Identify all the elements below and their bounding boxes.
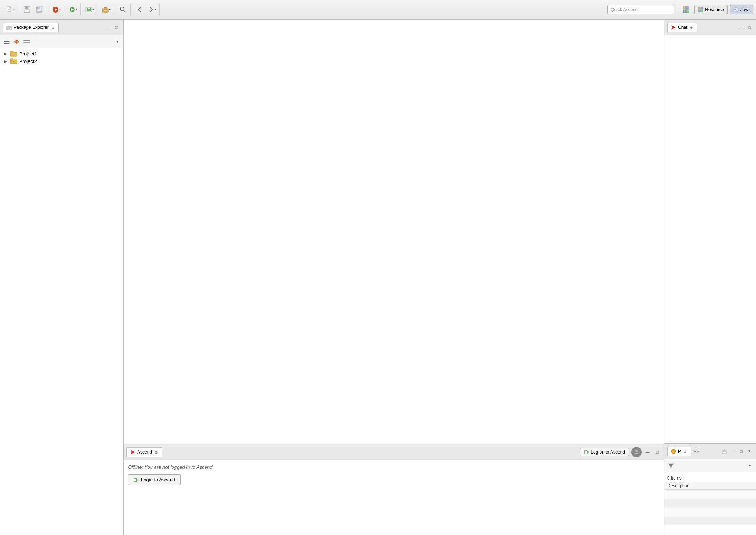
- minimize-chat[interactable]: —: [738, 24, 745, 31]
- svg-rect-35: [7, 27, 11, 30]
- offline-message: Offline: You are not logged in to Ascend…: [128, 464, 659, 470]
- project1-label: Project1: [19, 51, 37, 57]
- package-explorer-tab[interactable]: Package Explorer ⊗: [3, 23, 59, 32]
- svg-rect-9: [38, 6, 43, 11]
- chat-tab-close[interactable]: ⊗: [689, 25, 694, 30]
- project2-label: Project2: [19, 58, 37, 64]
- svg-rect-51: [584, 451, 587, 454]
- ascend-tab-close[interactable]: ⊗: [153, 450, 159, 455]
- search-button[interactable]: [117, 4, 129, 16]
- login-button-label: Login to Ascend: [141, 477, 175, 482]
- project2-item[interactable]: ▶ Project2: [0, 57, 123, 65]
- project1-arrow[interactable]: ▶: [3, 51, 8, 56]
- svg-rect-48: [10, 59, 13, 60]
- project2-arrow[interactable]: ▶: [3, 58, 8, 64]
- ascend-tab-label: Ascend: [137, 450, 152, 455]
- svg-rect-25: [683, 10, 686, 13]
- problems-panel: ! P ⊗ » 2: [664, 444, 756, 535]
- resource-perspective-button[interactable]: Resource: [694, 5, 727, 14]
- maximize-chat[interactable]: □: [746, 24, 753, 31]
- java-perspective-button[interactable]: J Java: [730, 5, 753, 14]
- svg-rect-30: [701, 10, 703, 11]
- minimize-ascend[interactable]: —: [644, 448, 651, 456]
- coverage-button[interactable]: ▾: [84, 4, 95, 16]
- filter-icon[interactable]: [666, 461, 675, 470]
- maximize-problems[interactable]: □: [738, 448, 745, 455]
- project1-folder-icon: [10, 51, 18, 57]
- svg-marker-59: [724, 449, 725, 450]
- extra-tabs-indicator[interactable]: » 2: [694, 449, 701, 453]
- problems-toolbar-btn1[interactable]: [720, 447, 729, 455]
- chat-tab-label: Chat: [678, 25, 687, 30]
- problems-tab-close[interactable]: ⊗: [682, 449, 688, 454]
- empty-row-2: [664, 499, 756, 508]
- project2-folder-icon: [10, 58, 18, 64]
- svg-rect-45: [10, 51, 13, 53]
- problems-view-dropdown[interactable]: ▾: [746, 462, 754, 470]
- minimize-package-explorer[interactable]: —: [105, 24, 112, 31]
- new-button[interactable]: ▾: [4, 4, 16, 16]
- ascend-content: Offline: You are not logged in to Ascend…: [124, 460, 664, 535]
- package-explorer-tree: ▶ Project1 ▶ Project2: [0, 48, 123, 535]
- collapse-all-icon[interactable]: [2, 37, 11, 46]
- package-explorer-tab-bar: Package Explorer ⊗ — □: [0, 20, 123, 35]
- back-button[interactable]: [134, 4, 145, 16]
- profile-avatar[interactable]: [631, 447, 642, 457]
- svg-rect-28: [701, 7, 703, 9]
- description-column-header: Description: [664, 482, 756, 490]
- debug-button[interactable]: ▾: [67, 4, 79, 16]
- svg-rect-26: [686, 10, 689, 13]
- svg-rect-29: [698, 10, 700, 11]
- svg-marker-60: [668, 463, 674, 468]
- svg-rect-53: [134, 478, 137, 482]
- problems-toolbar: ▾: [664, 459, 756, 472]
- ascend-panel: Ascend ⊗ Log on to Ascend: [124, 444, 664, 535]
- package-explorer-close[interactable]: ⊗: [50, 25, 55, 30]
- logon-icon: [584, 450, 589, 455]
- svg-text:J: J: [735, 8, 736, 11]
- svg-point-52: [635, 450, 638, 452]
- view-menu-icon[interactable]: [22, 37, 31, 46]
- external-tools-button[interactable]: ▾: [100, 4, 112, 16]
- empty-row-1: [664, 490, 756, 499]
- login-ascend-button[interactable]: Login to Ascend: [128, 474, 181, 485]
- project1-item[interactable]: ▶ Project1: [0, 50, 123, 57]
- save-all-button[interactable]: [34, 4, 45, 16]
- open-perspective-button[interactable]: [680, 4, 692, 16]
- quick-access-input[interactable]: Quick Access: [607, 5, 674, 14]
- svg-rect-57: [722, 451, 727, 454]
- maximize-ascend[interactable]: □: [654, 448, 661, 456]
- maximize-package-explorer[interactable]: □: [113, 24, 120, 31]
- login-icon: [134, 477, 139, 482]
- svg-point-21: [120, 7, 124, 11]
- svg-marker-50: [131, 450, 135, 454]
- svg-point-41: [16, 41, 18, 43]
- package-explorer-icon: [6, 24, 12, 30]
- package-explorer-tab-label: Package Explorer: [14, 25, 49, 30]
- problems-dropdown[interactable]: ▾: [746, 448, 753, 455]
- save-button[interactable]: [21, 4, 33, 16]
- problems-content: 0 items Description: [664, 472, 756, 535]
- items-count: 0 items: [664, 474, 756, 482]
- forward-button[interactable]: ▾: [146, 4, 158, 16]
- chat-panel: Chat ⊗ — □: [664, 20, 756, 444]
- problems-tab[interactable]: ! P ⊗: [667, 447, 691, 456]
- link-editor-icon[interactable]: [12, 37, 21, 46]
- svg-marker-54: [671, 25, 676, 30]
- chat-tab[interactable]: Chat ⊗: [667, 23, 697, 32]
- svg-line-22: [124, 10, 125, 12]
- svg-rect-17: [90, 8, 91, 11]
- svg-text:!: !: [673, 450, 674, 454]
- problems-tab-icon: !: [671, 448, 676, 454]
- logon-ascend-button[interactable]: Log on to Ascend: [580, 448, 629, 456]
- ascend-tab[interactable]: Ascend ⊗: [126, 447, 162, 457]
- run-button[interactable]: ▾: [50, 4, 62, 16]
- editor-area: [124, 20, 664, 444]
- logon-button-label: Log on to Ascend: [591, 450, 625, 455]
- view-dropdown-icon[interactable]: ▾: [114, 38, 121, 46]
- ascend-tab-bar: Ascend ⊗ Log on to Ascend: [124, 444, 664, 460]
- svg-rect-24: [686, 7, 689, 9]
- svg-rect-27: [698, 7, 700, 9]
- minimize-problems[interactable]: —: [729, 448, 737, 455]
- svg-rect-42: [23, 40, 30, 41]
